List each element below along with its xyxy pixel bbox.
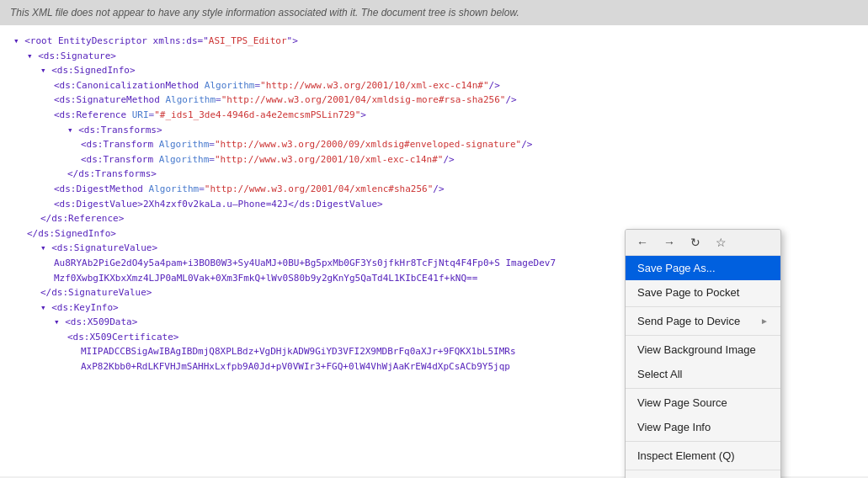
xml-line: <ds:DigestMethod Algorithm="http://www.w… xyxy=(13,182,855,197)
xml-line: <ds:CanonicalizationMethod Algorithm="ht… xyxy=(13,78,855,93)
separator xyxy=(626,441,780,442)
bookmark-button[interactable]: ☆ xyxy=(711,233,731,252)
xml-line: ▾ <ds:Signature> xyxy=(13,49,855,64)
view-background-image-item[interactable]: View Background Image xyxy=(626,337,780,362)
xml-line: </ds:Reference> xyxy=(13,211,855,226)
select-all-item[interactable]: Select All xyxy=(626,362,780,386)
xml-line: ▾ <ds:Transforms> xyxy=(13,123,855,138)
separator xyxy=(626,335,780,336)
xml-line: ▾ <ds:SignedInfo> xyxy=(13,63,855,78)
view-page-source-item[interactable]: View Page Source xyxy=(626,390,780,415)
info-bar: This XML file does not appear to have an… xyxy=(0,0,868,25)
view-page-info-item[interactable]: View Page Info xyxy=(626,415,780,439)
xml-line: <ds:DigestValue>2Xh4zxf0v2kaLa.u—Phone=4… xyxy=(13,197,855,212)
back-button[interactable]: ← xyxy=(632,233,652,252)
xml-line: <ds:Reference URI="#_ids1_3de4-4946d-a4e… xyxy=(13,108,855,123)
screenshot-item[interactable]: Take a Screenshot xyxy=(626,472,780,478)
context-menu: ← → ↻ ☆ Save Page As... Save Page to Poc… xyxy=(625,229,781,478)
xml-line: ▾ <root EntityDescriptor xmlns:ds="ASI_T… xyxy=(13,34,855,49)
separator xyxy=(626,306,780,307)
save-page-as-item[interactable]: Save Page As... xyxy=(626,256,780,280)
separator xyxy=(626,388,780,389)
send-page-device-item[interactable]: Send Page to Device ► xyxy=(626,309,780,333)
xml-line: <ds:SignatureMethod Algorithm="http://ww… xyxy=(13,93,855,108)
inspect-element-item[interactable]: Inspect Element (Q) xyxy=(626,443,780,468)
xml-line: </ds:Transforms> xyxy=(13,167,855,182)
context-menu-toolbar: ← → ↻ ☆ xyxy=(626,230,780,256)
save-page-pocket-item[interactable]: Save Page to Pocket xyxy=(626,280,780,305)
separator xyxy=(626,470,780,470)
info-bar-text: This XML file does not appear to have an… xyxy=(10,7,519,19)
reload-button[interactable]: ↻ xyxy=(686,233,705,252)
xml-line: <ds:Transform Algorithm="http://www.w3.o… xyxy=(13,137,855,152)
forward-button[interactable]: → xyxy=(659,233,679,252)
submenu-arrow: ► xyxy=(760,316,769,326)
xml-line: <ds:Transform Algorithm="http://www.w3.o… xyxy=(13,152,855,167)
